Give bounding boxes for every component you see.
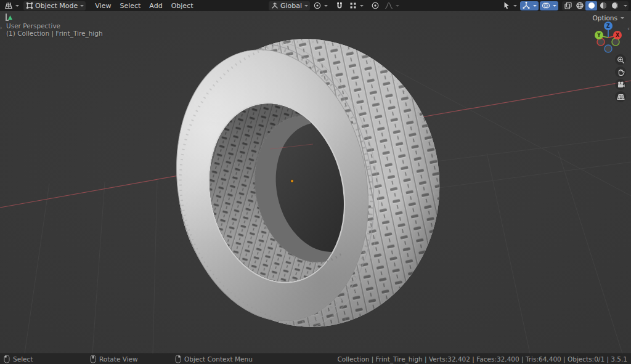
status-bar: Select Rotate View Object Context Menu C…: [0, 354, 631, 364]
overlays-icon: [542, 1, 550, 10]
object-origin-dot: [291, 180, 294, 183]
shading-solid-button[interactable]: [585, 1, 597, 10]
object-type-visibility-dropdown[interactable]: [500, 1, 519, 10]
header-menus: View Select Add Object: [91, 1, 197, 11]
orthographic-toggle-button[interactable]: [615, 91, 626, 102]
shading-dropdown[interactable]: [621, 1, 629, 10]
mode-label: Object Mode: [35, 2, 78, 10]
snap-toggle[interactable]: [333, 1, 346, 10]
gizmo-axis-x[interactable]: X: [613, 31, 622, 39]
shading-group: [562, 1, 629, 10]
show-overlays-toggle[interactable]: [540, 1, 558, 10]
object-mode-icon: [25, 1, 34, 10]
editor-type-3d-viewport-icon: [4, 1, 13, 10]
scene-statistics: Collection | Frint_Tire_high | Verts:32,…: [337, 354, 627, 364]
chevron-down-icon: [360, 5, 364, 7]
snap-increment-icon: [349, 1, 357, 10]
material-preview-icon: [599, 1, 608, 10]
proportional-editing-toggle[interactable]: [369, 1, 381, 10]
svg-text:Y: Y: [596, 33, 601, 38]
viewport-nav-buttons: [615, 54, 626, 102]
header-right-tools: [500, 1, 629, 10]
svg-text:X: X: [616, 33, 620, 38]
pivot-point-icon: [313, 1, 322, 10]
perspective-grid-icon: [617, 93, 625, 101]
gizmo-icon: [522, 1, 531, 10]
header-center-tools: Global: [269, 1, 401, 10]
proportional-falloff-dropdown[interactable]: [383, 1, 401, 10]
xray-icon: [564, 1, 572, 10]
scene-tire-render: [0, 11, 631, 354]
zoom-button[interactable]: [615, 54, 626, 65]
chevron-down-icon: [80, 5, 84, 7]
active-tool-icon: [5, 13, 15, 22]
pan-button[interactable]: [615, 67, 626, 78]
magnifier-zoom-icon: [617, 56, 625, 64]
hint-label: Object Context Menu: [184, 355, 253, 363]
toggle-xray-button[interactable]: [562, 1, 574, 10]
blender-window: Object Mode View Select Add Object Globa…: [0, 0, 631, 364]
hint-label: Rotate View: [99, 355, 138, 363]
hint-rotate-view: Rotate View: [90, 354, 138, 364]
hint-label: Select: [13, 355, 33, 363]
mode-dropdown[interactable]: Object Mode: [23, 1, 86, 10]
mouse-right-button-icon: [175, 355, 181, 363]
cursor-visibility-icon: [502, 1, 511, 10]
tire-object[interactable]: [123, 21, 456, 354]
breadcrumb: (1) Collection | Frint_Tire_high: [6, 30, 103, 37]
navigation-gizmo[interactable]: Z Y X: [590, 18, 626, 54]
sidebar-toggle-arrow[interactable]: ‹: [627, 25, 630, 32]
chevron-down-icon: [553, 5, 556, 7]
mouse-middle-button-icon: [90, 355, 96, 363]
chevron-down-icon: [513, 5, 517, 7]
viewport-3d[interactable]: User Perspective (1) Collection | Frint_…: [0, 11, 631, 354]
gizmo-axis-z[interactable]: Z: [604, 22, 613, 30]
shading-material-button[interactable]: [597, 1, 609, 10]
smooth-falloff-icon: [385, 1, 393, 10]
menu-object[interactable]: Object: [167, 1, 198, 11]
orientation-label: Global: [280, 2, 302, 10]
menu-view[interactable]: View: [91, 1, 115, 11]
chevron-down-icon: [396, 5, 399, 7]
region-expand-arrow[interactable]: ›: [0, 25, 2, 31]
hint-object-context-menu: Object Context Menu: [175, 354, 253, 364]
hint-select: Select: [4, 354, 33, 364]
camera-icon: [617, 81, 625, 89]
wireframe-shading-icon: [576, 1, 584, 10]
camera-view-button[interactable]: [615, 79, 626, 90]
chevron-down-icon: [304, 5, 308, 7]
snap-with-dropdown[interactable]: [347, 1, 365, 10]
view-perspective-label: User Perspective: [6, 22, 60, 30]
proportional-editing-icon: [371, 1, 380, 10]
pivot-point-dropdown[interactable]: [311, 1, 330, 10]
menu-add[interactable]: Add: [145, 1, 166, 11]
mouse-left-button-icon: [4, 355, 10, 363]
viewport-header: Object Mode View Select Add Object Globa…: [0, 0, 631, 11]
chevron-down-icon: [15, 5, 19, 7]
gizmo-axis-y[interactable]: Y: [595, 31, 603, 39]
svg-text:Z: Z: [606, 23, 610, 29]
hand-pan-icon: [617, 68, 625, 76]
chevron-down-icon: [324, 5, 328, 7]
chevron-down-icon: [624, 5, 627, 7]
editor-type-button[interactable]: [2, 1, 21, 10]
transform-orientation-dropdown[interactable]: Global: [269, 1, 310, 10]
shading-wireframe-button[interactable]: [574, 1, 585, 10]
gizmo-axis-neg-z[interactable]: [605, 45, 612, 52]
orientation-global-icon: [271, 1, 279, 10]
rendered-shading-icon: [611, 1, 619, 10]
magnet-icon: [335, 1, 344, 10]
shading-rendered-button[interactable]: [609, 1, 621, 10]
show-gizmo-toggle[interactable]: [520, 1, 539, 10]
solid-shading-icon: [587, 1, 596, 10]
menu-select[interactable]: Select: [115, 1, 145, 11]
chevron-down-icon: [533, 5, 537, 7]
